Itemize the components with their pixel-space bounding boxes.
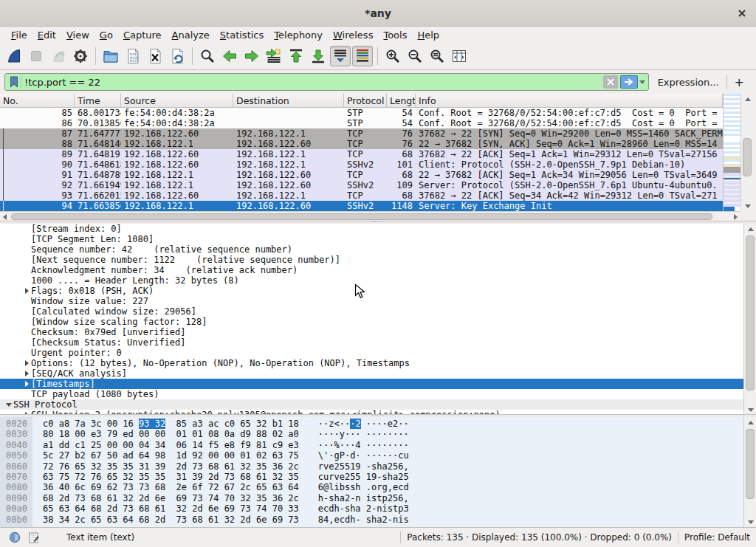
go-top-button[interactable] [286,46,306,66]
detail-row[interactable]: [TCP Segment Len: 1080] [0,234,743,244]
packet-row[interactable]: 8871.648146932192.168.122.1192.168.122.6… [0,139,723,149]
packet-row[interactable]: 9071.648618924192.168.122.60192.168.122.… [0,159,723,170]
detail-row[interactable]: [SEQ/ACK analysis] [0,368,743,379]
filter-clear-icon[interactable] [603,75,618,89]
hex-row[interactable]: 008036 40 6c 69 62 73 73 68 2e 6f 72 67 … [0,482,743,492]
detail-row[interactable]: Urgent pointer: 0 [0,348,743,358]
zoom-in-button[interactable] [382,46,403,66]
resize-columns-button[interactable] [449,46,470,66]
detail-row[interactable]: Sequence number: 42 (relative sequence n… [0,244,743,255]
expander-collapsed-icon[interactable] [22,371,31,376]
hex-row[interactable]: 0040a1 dd c1 25 00 00 04 34 06 14 f5 e8 … [0,440,743,450]
packet-list-vscrollbar[interactable] [740,94,753,211]
detail-row[interactable]: TCP payload (1080 bytes) [0,389,743,399]
hex-row[interactable]: 0020c0 a8 7a 3c 00 16 93 32 85 a3 ac c0 … [0,419,743,429]
menu-file[interactable]: File [6,28,32,42]
filter-apply-icon[interactable] [620,75,638,89]
file-open-button[interactable] [100,46,121,66]
detail-row[interactable]: [Calculated window size: 29056] [0,306,743,317]
display-filter-box[interactable] [4,73,649,91]
detail-row[interactable]: 1000 .... = Header Length: 32 bytes (8) [0,275,743,286]
bytes-vscrollbar[interactable] [743,417,756,527]
hex-row[interactable]: 003080 18 00 e3 79 ed 00 00 01 01 08 0a … [0,429,743,439]
expander-collapsed-icon[interactable] [22,381,31,387]
detail-text: Acknowledgment number: 34 (relative ack … [31,265,298,275]
go-bottom-button[interactable] [308,46,329,66]
hex-row[interactable]: 007063 75 72 76 65 32 35 35 31 39 2d 73 … [0,472,743,482]
hex-row[interactable]: 009068 2d 73 68 61 32 2d 6e 69 73 74 70 … [0,493,743,503]
capture-comment-icon[interactable] [28,531,40,543]
hex-row[interactable]: 00505c 27 b2 67 50 ad 64 98 1d 92 00 00 … [0,450,743,461]
expander-collapsed-icon[interactable] [22,288,31,294]
detail-row[interactable]: Flags: 0x018 (PSH, ACK) [0,286,743,296]
menu-statistics[interactable]: Statistics [215,28,269,42]
hex-row[interactable]: 00b038 34 2c 65 63 64 68 2d 73 68 61 32 … [0,515,743,525]
column-protocol[interactable]: Protocol [344,94,387,107]
file-close-button[interactable] [145,46,165,66]
go-to-packet-button[interactable] [264,46,284,66]
packet-row[interactable]: 9171.648789678192.168.122.1192.168.122.6… [0,170,723,180]
packet-row[interactable]: 8771.647777234192.168.122.60192.168.122.… [0,128,723,139]
packet-row[interactable]: 9371.662015274192.168.122.60192.168.122.… [0,190,723,201]
go-back-button[interactable] [219,46,240,66]
detail-text: Sequence number: 42 (relative sequence n… [31,244,292,255]
expander-expanded-icon[interactable] [4,403,13,407]
zoom-reset-button[interactable] [427,46,447,66]
detail-row[interactable]: SSH Protocol [0,399,743,410]
menu-help[interactable]: Help [412,28,444,42]
packet-row[interactable]: 8568.001734936fe:54:00:d4:38:2aSTP54Conf… [0,108,723,118]
detail-row[interactable]: Acknowledgment number: 34 (relative ack … [0,265,743,275]
menu-telephony[interactable]: Telephony [269,28,328,42]
autoscroll-button[interactable] [330,46,351,66]
menu-go[interactable]: Go [94,28,118,42]
filter-history-caret-icon[interactable] [638,80,647,84]
column-source[interactable]: Source [121,94,233,107]
menu-view[interactable]: View [61,28,94,42]
file-save-button[interactable]: 010101100113 [123,46,143,66]
packet-row[interactable]: 9471.663856741192.168.122.1192.168.122.6… [0,201,723,211]
detail-row[interactable]: Options: (12 bytes), No-Operation (NOP),… [0,358,743,368]
zoom-out-button[interactable] [405,46,425,66]
expander-collapsed-icon[interactable] [22,360,31,366]
detail-row[interactable]: [Stream index: 0] [0,224,743,234]
title-bar[interactable]: *any [0,0,756,27]
add-filter-button[interactable]: + [727,75,752,89]
packet-row[interactable]: 9271.661949820192.168.122.1192.168.122.6… [0,180,723,190]
column-destination[interactable]: Destination [233,94,344,107]
expert-info-icon[interactable] [9,531,21,543]
hex-row[interactable]: 00a065 63 64 68 2d 73 68 61 32 2d 6e 69 … [0,503,743,514]
column-no[interactable]: No. [0,94,75,107]
file-reload-button[interactable] [167,46,188,66]
column-length[interactable]: Length [387,94,416,107]
packet-list-hscrollbar[interactable] [0,211,740,221]
menu-tools[interactable]: Tools [378,28,412,42]
detail-row[interactable]: [Timestamps] [0,379,743,389]
column-info[interactable]: Info [416,94,723,107]
expression-button[interactable]: Expression... [649,77,726,88]
find-packet-button[interactable] [197,46,218,66]
detail-row[interactable]: Checksum: 0x79ed [unverified] [0,327,743,337]
menu-capture[interactable]: Capture [118,28,167,42]
detail-row[interactable]: [Checksum Status: Unverified] [0,337,743,348]
hex-ascii: ···%···4 ········ [299,440,409,450]
close-icon[interactable] [735,7,749,20]
column-time[interactable]: Time [75,94,121,107]
details-vscrollbar[interactable] [743,224,756,415]
go-forward-button[interactable] [241,46,262,66]
packet-row[interactable]: 8971.648191037192.168.122.60192.168.122.… [0,149,723,159]
menu-wireless[interactable]: Wireless [328,28,378,42]
capture-options-button[interactable] [70,46,91,66]
capture-start-button[interactable] [4,46,24,66]
hex-row[interactable]: 006072 76 65 32 35 35 31 39 2d 73 68 61 … [0,461,743,472]
filter-bookmark-icon[interactable] [7,75,21,89]
display-filter-input[interactable] [21,77,603,88]
detail-row[interactable]: Window size value: 227 [0,296,743,306]
packet-list-minimap[interactable] [723,94,740,211]
detail-row[interactable]: [Window size scaling factor: 128] [0,317,743,327]
colorize-button[interactable] [352,46,373,66]
menu-edit[interactable]: Edit [32,28,61,42]
detail-row[interactable]: [Next sequence number: 1122 (relative se… [0,255,743,265]
packet-row[interactable]: 8670.013850163fe:54:00:d4:38:2aSTP54Conf… [0,118,723,128]
menu-analyze[interactable]: Analyze [167,28,215,42]
profile-status[interactable]: Profile: Default [684,532,756,543]
